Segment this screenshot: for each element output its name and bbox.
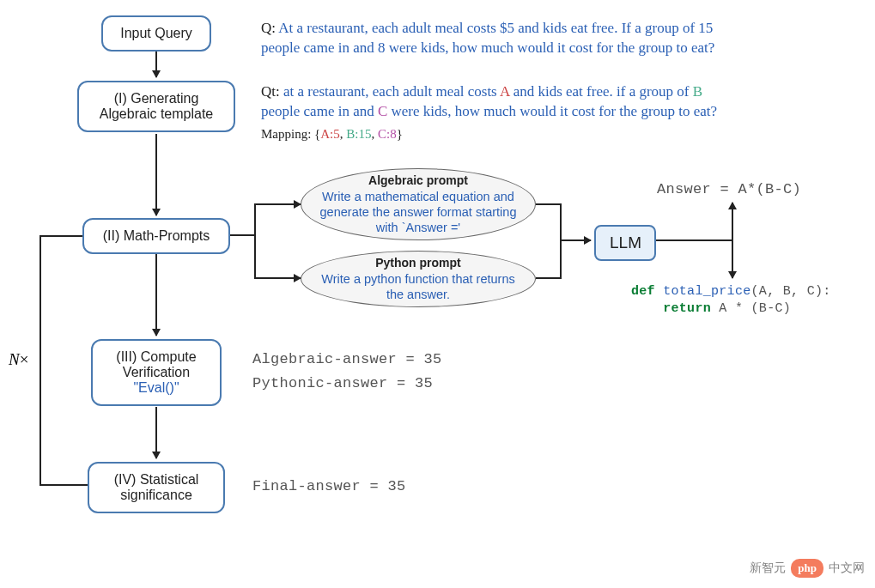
mapping-c: C:8 (378, 127, 397, 141)
py-fn: total_price (655, 284, 751, 299)
qt-text1b: and kids eat free. if a group of (509, 83, 692, 100)
qt-text2a: people came in and (261, 103, 378, 119)
mapping-b: B:15 (346, 127, 371, 141)
py-out-stub (536, 277, 562, 279)
qt-text2b: were kids, how much would it cost for th… (387, 103, 717, 119)
qt-var-a: A (500, 83, 509, 100)
step3-line1: (III) Compute (105, 349, 208, 365)
qt-text1a: at a restaurant, each adult meal costs (283, 83, 500, 100)
flow-step3: (III) Compute Verification "Eval()" (91, 339, 222, 406)
alg-out-stub (536, 203, 562, 205)
llm-output-doublearrow (732, 203, 733, 278)
answer-equation: Answer = A*(B-C) (657, 180, 801, 200)
algebraic-prompt-title: Algebraic prompt (368, 173, 468, 189)
q-text1: At a restaurant, each adult meal costs $… (278, 20, 713, 36)
py-return: return (663, 301, 711, 316)
arrow-to-algebraic (254, 203, 301, 205)
mp-branch-vert (254, 203, 256, 279)
pythonic-answer: Pythonic-answer = 35 (252, 374, 433, 394)
ellipse-merge-vert (560, 203, 562, 279)
php-badge: php (791, 559, 823, 578)
loop-top-line (39, 235, 82, 237)
arrow-to-python (254, 277, 301, 279)
flow-step4: (IV) Statistical significance (88, 462, 225, 513)
step3-eval: "Eval()" (105, 380, 208, 396)
python-prompt-ellipse: Python prompt Write a python function th… (301, 251, 536, 307)
mapping-close: } (397, 127, 403, 141)
algebraic-prompt-body: Write a mathematical equation and genera… (319, 189, 518, 235)
arrow-to-llm (560, 239, 591, 241)
py-expr: A * (B-C) (711, 301, 791, 316)
py-def: def (631, 284, 655, 299)
llm-box: LLM (594, 225, 656, 261)
flow-step2: (II) Math-Prompts (82, 218, 230, 254)
qt-var-b: B (693, 83, 702, 100)
watermark: 新智元 php 中文网 (750, 559, 865, 578)
algebraic-answer: Algebraic-answer = 35 (252, 350, 442, 370)
step3-line2: Verification (105, 365, 208, 380)
mapping-a: A:5 (320, 127, 340, 141)
arrow-step2-to-step3 (155, 254, 157, 336)
arrow-step1-to-step2 (155, 134, 157, 215)
algebraic-prompt-ellipse: Algebraic prompt Write a mathematical eq… (301, 168, 536, 240)
loop-bottom-line (39, 484, 88, 486)
qt-var-c: C (378, 103, 387, 119)
flow-step1: (I) Generating Algebraic template (77, 81, 235, 132)
nx-label: N× (9, 350, 28, 369)
final-answer: Final-answer = 35 (252, 477, 406, 497)
python-prompt-title: Python prompt (375, 256, 461, 271)
qt-prefix: Qt: (261, 83, 280, 100)
loop-vert-line (39, 235, 41, 486)
python-prompt-body: Write a python function that returns the… (319, 271, 518, 302)
qt-block: Qt: at a restaurant, each adult meal cos… (261, 82, 862, 144)
python-output: def total_price(A, B, C): return A * (B-… (631, 283, 831, 317)
llm-out-stub (656, 239, 733, 241)
q-prefix: Q: (261, 20, 276, 36)
arrow-input-to-step1 (155, 52, 157, 77)
q-text2: people came in and 8 were kids, how much… (261, 39, 714, 56)
arrow-step3-to-step4 (155, 407, 157, 458)
py-sig: (A, B, C): (751, 284, 831, 299)
q-block: Q: At a restaurant, each adult meal cost… (261, 19, 862, 58)
mp-out-stub (230, 234, 256, 236)
flow-input-query: Input Query (101, 15, 211, 52)
mapping-label: Mapping: { (261, 127, 320, 141)
